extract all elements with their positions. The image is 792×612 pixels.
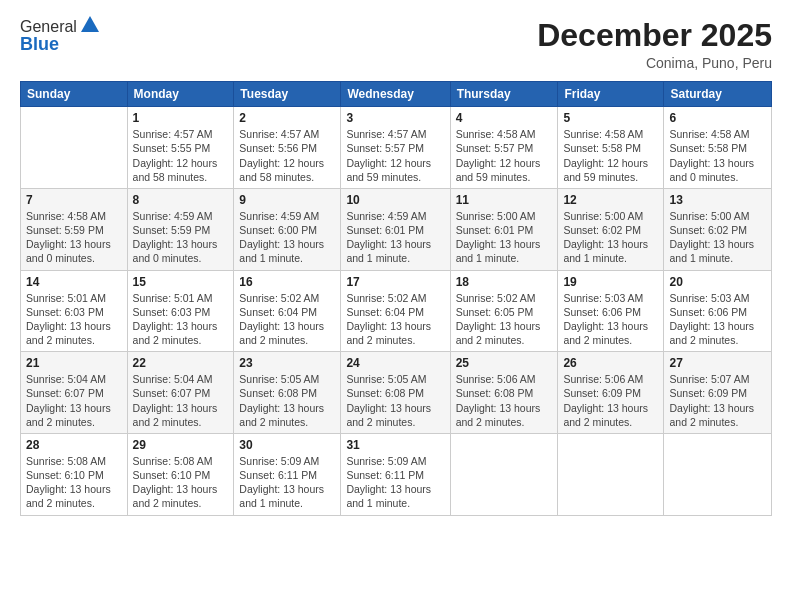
day-info: Sunrise: 5:00 AMSunset: 6:02 PMDaylight:…	[563, 209, 658, 266]
calendar-cell: 19Sunrise: 5:03 AMSunset: 6:06 PMDayligh…	[558, 270, 664, 352]
day-info: Sunrise: 5:09 AMSunset: 6:11 PMDaylight:…	[239, 454, 335, 511]
day-number: 25	[456, 356, 553, 370]
day-number: 20	[669, 275, 766, 289]
calendar-cell: 8Sunrise: 4:59 AMSunset: 5:59 PMDaylight…	[127, 188, 234, 270]
day-info: Sunrise: 5:04 AMSunset: 6:07 PMDaylight:…	[133, 372, 229, 429]
title-block: December 2025 Conima, Puno, Peru	[537, 18, 772, 71]
day-number: 17	[346, 275, 444, 289]
calendar-header-thursday: Thursday	[450, 82, 558, 107]
calendar-cell: 11Sunrise: 5:00 AMSunset: 6:01 PMDayligh…	[450, 188, 558, 270]
calendar-cell	[664, 433, 772, 515]
day-info: Sunrise: 5:03 AMSunset: 6:06 PMDaylight:…	[563, 291, 658, 348]
calendar-table: SundayMondayTuesdayWednesdayThursdayFrid…	[20, 81, 772, 515]
day-info: Sunrise: 4:58 AMSunset: 5:57 PMDaylight:…	[456, 127, 553, 184]
calendar-cell: 30Sunrise: 5:09 AMSunset: 6:11 PMDayligh…	[234, 433, 341, 515]
calendar-week-1: 1Sunrise: 4:57 AMSunset: 5:55 PMDaylight…	[21, 107, 772, 189]
day-info: Sunrise: 4:58 AMSunset: 5:58 PMDaylight:…	[563, 127, 658, 184]
day-number: 1	[133, 111, 229, 125]
calendar-header-wednesday: Wednesday	[341, 82, 450, 107]
logo-icon	[79, 14, 101, 36]
calendar-cell	[558, 433, 664, 515]
calendar-cell: 4Sunrise: 4:58 AMSunset: 5:57 PMDaylight…	[450, 107, 558, 189]
calendar-cell	[450, 433, 558, 515]
day-info: Sunrise: 5:05 AMSunset: 6:08 PMDaylight:…	[346, 372, 444, 429]
calendar-cell: 23Sunrise: 5:05 AMSunset: 6:08 PMDayligh…	[234, 352, 341, 434]
day-number: 4	[456, 111, 553, 125]
day-info: Sunrise: 5:00 AMSunset: 6:02 PMDaylight:…	[669, 209, 766, 266]
day-number: 5	[563, 111, 658, 125]
day-info: Sunrise: 5:01 AMSunset: 6:03 PMDaylight:…	[26, 291, 122, 348]
day-info: Sunrise: 4:59 AMSunset: 5:59 PMDaylight:…	[133, 209, 229, 266]
day-number: 31	[346, 438, 444, 452]
calendar-cell: 18Sunrise: 5:02 AMSunset: 6:05 PMDayligh…	[450, 270, 558, 352]
calendar-cell: 14Sunrise: 5:01 AMSunset: 6:03 PMDayligh…	[21, 270, 128, 352]
day-number: 3	[346, 111, 444, 125]
calendar-cell: 12Sunrise: 5:00 AMSunset: 6:02 PMDayligh…	[558, 188, 664, 270]
month-title: December 2025	[537, 18, 772, 53]
day-number: 21	[26, 356, 122, 370]
day-info: Sunrise: 4:57 AMSunset: 5:56 PMDaylight:…	[239, 127, 335, 184]
day-number: 8	[133, 193, 229, 207]
day-number: 18	[456, 275, 553, 289]
calendar-header-friday: Friday	[558, 82, 664, 107]
day-number: 24	[346, 356, 444, 370]
day-info: Sunrise: 5:07 AMSunset: 6:09 PMDaylight:…	[669, 372, 766, 429]
location: Conima, Puno, Peru	[537, 55, 772, 71]
logo-blue-text: Blue	[20, 34, 101, 55]
day-number: 27	[669, 356, 766, 370]
calendar-cell: 13Sunrise: 5:00 AMSunset: 6:02 PMDayligh…	[664, 188, 772, 270]
calendar-cell: 24Sunrise: 5:05 AMSunset: 6:08 PMDayligh…	[341, 352, 450, 434]
calendar-cell: 7Sunrise: 4:58 AMSunset: 5:59 PMDaylight…	[21, 188, 128, 270]
calendar-cell: 22Sunrise: 5:04 AMSunset: 6:07 PMDayligh…	[127, 352, 234, 434]
day-number: 15	[133, 275, 229, 289]
calendar-cell: 9Sunrise: 4:59 AMSunset: 6:00 PMDaylight…	[234, 188, 341, 270]
day-info: Sunrise: 5:03 AMSunset: 6:06 PMDaylight:…	[669, 291, 766, 348]
calendar-header-saturday: Saturday	[664, 82, 772, 107]
calendar-cell: 10Sunrise: 4:59 AMSunset: 6:01 PMDayligh…	[341, 188, 450, 270]
day-number: 28	[26, 438, 122, 452]
day-info: Sunrise: 5:06 AMSunset: 6:09 PMDaylight:…	[563, 372, 658, 429]
calendar-cell: 31Sunrise: 5:09 AMSunset: 6:11 PMDayligh…	[341, 433, 450, 515]
calendar-week-5: 28Sunrise: 5:08 AMSunset: 6:10 PMDayligh…	[21, 433, 772, 515]
day-number: 14	[26, 275, 122, 289]
day-info: Sunrise: 5:06 AMSunset: 6:08 PMDaylight:…	[456, 372, 553, 429]
day-number: 29	[133, 438, 229, 452]
calendar-week-4: 21Sunrise: 5:04 AMSunset: 6:07 PMDayligh…	[21, 352, 772, 434]
calendar-cell: 20Sunrise: 5:03 AMSunset: 6:06 PMDayligh…	[664, 270, 772, 352]
calendar-week-3: 14Sunrise: 5:01 AMSunset: 6:03 PMDayligh…	[21, 270, 772, 352]
day-info: Sunrise: 4:57 AMSunset: 5:57 PMDaylight:…	[346, 127, 444, 184]
calendar-header-sunday: Sunday	[21, 82, 128, 107]
day-info: Sunrise: 5:02 AMSunset: 6:04 PMDaylight:…	[239, 291, 335, 348]
day-info: Sunrise: 5:08 AMSunset: 6:10 PMDaylight:…	[133, 454, 229, 511]
calendar-header-monday: Monday	[127, 82, 234, 107]
calendar-cell: 25Sunrise: 5:06 AMSunset: 6:08 PMDayligh…	[450, 352, 558, 434]
calendar-cell: 17Sunrise: 5:02 AMSunset: 6:04 PMDayligh…	[341, 270, 450, 352]
day-info: Sunrise: 5:04 AMSunset: 6:07 PMDaylight:…	[26, 372, 122, 429]
day-info: Sunrise: 4:57 AMSunset: 5:55 PMDaylight:…	[133, 127, 229, 184]
day-info: Sunrise: 5:02 AMSunset: 6:05 PMDaylight:…	[456, 291, 553, 348]
day-info: Sunrise: 4:58 AMSunset: 5:58 PMDaylight:…	[669, 127, 766, 184]
calendar-cell: 6Sunrise: 4:58 AMSunset: 5:58 PMDaylight…	[664, 107, 772, 189]
day-info: Sunrise: 5:00 AMSunset: 6:01 PMDaylight:…	[456, 209, 553, 266]
day-info: Sunrise: 4:59 AMSunset: 6:00 PMDaylight:…	[239, 209, 335, 266]
calendar-header-tuesday: Tuesday	[234, 82, 341, 107]
day-info: Sunrise: 5:01 AMSunset: 6:03 PMDaylight:…	[133, 291, 229, 348]
calendar-cell	[21, 107, 128, 189]
day-number: 6	[669, 111, 766, 125]
calendar-cell: 5Sunrise: 4:58 AMSunset: 5:58 PMDaylight…	[558, 107, 664, 189]
day-number: 7	[26, 193, 122, 207]
logo: General Blue	[20, 18, 101, 55]
day-info: Sunrise: 5:09 AMSunset: 6:11 PMDaylight:…	[346, 454, 444, 511]
day-number: 11	[456, 193, 553, 207]
calendar-cell: 26Sunrise: 5:06 AMSunset: 6:09 PMDayligh…	[558, 352, 664, 434]
calendar-cell: 21Sunrise: 5:04 AMSunset: 6:07 PMDayligh…	[21, 352, 128, 434]
day-number: 23	[239, 356, 335, 370]
day-number: 13	[669, 193, 766, 207]
day-number: 26	[563, 356, 658, 370]
day-number: 16	[239, 275, 335, 289]
calendar-cell: 27Sunrise: 5:07 AMSunset: 6:09 PMDayligh…	[664, 352, 772, 434]
day-number: 19	[563, 275, 658, 289]
page: General Blue December 2025 Conima, Puno,…	[0, 0, 792, 612]
header: General Blue December 2025 Conima, Puno,…	[20, 18, 772, 71]
day-number: 30	[239, 438, 335, 452]
